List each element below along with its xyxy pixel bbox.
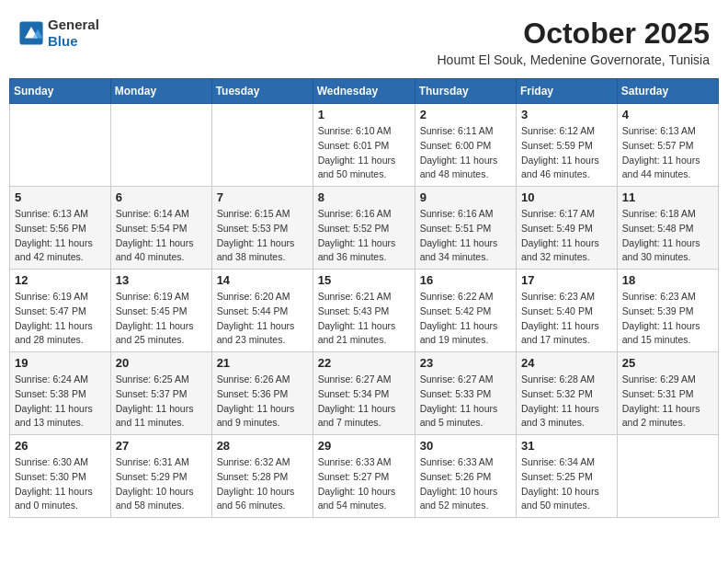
calendar-cell: 23Sunrise: 6:27 AM Sunset: 5:33 PM Dayli… — [415, 352, 516, 435]
calendar-cell: 21Sunrise: 6:26 AM Sunset: 5:36 PM Dayli… — [211, 352, 313, 435]
calendar-cell: 17Sunrise: 6:23 AM Sunset: 5:40 PM Dayli… — [517, 270, 618, 352]
calendar-week-5: 26Sunrise: 6:30 AM Sunset: 5:30 PM Dayli… — [10, 435, 719, 518]
day-info: Sunrise: 6:29 AM Sunset: 5:31 PM Dayligh… — [622, 373, 713, 431]
day-number: 29 — [318, 439, 410, 453]
calendar-cell — [10, 104, 111, 187]
calendar: SundayMondayTuesdayWednesdayThursdayFrid… — [9, 78, 719, 518]
day-info: Sunrise: 6:31 AM Sunset: 5:29 PM Dayligh… — [116, 455, 207, 513]
day-number: 23 — [420, 356, 511, 370]
day-number: 31 — [521, 439, 612, 453]
day-number: 25 — [622, 356, 713, 370]
day-number: 4 — [622, 108, 713, 121]
day-info: Sunrise: 6:19 AM Sunset: 5:47 PM Dayligh… — [15, 290, 106, 348]
location-title: Houmt El Souk, Medenine Governorate, Tun… — [438, 52, 711, 67]
header: General Blue October 2025 Houmt El Souk,… — [9, 9, 719, 71]
day-number: 26 — [15, 439, 106, 453]
day-number: 21 — [217, 356, 308, 370]
day-info: Sunrise: 6:14 AM Sunset: 5:54 PM Dayligh… — [116, 207, 207, 265]
day-header-tuesday: Tuesday — [211, 79, 313, 104]
calendar-cell: 1Sunrise: 6:10 AM Sunset: 6:01 PM Daylig… — [313, 104, 415, 187]
calendar-cell: 8Sunrise: 6:16 AM Sunset: 5:52 PM Daylig… — [313, 187, 415, 270]
calendar-cell: 7Sunrise: 6:15 AM Sunset: 5:53 PM Daylig… — [211, 187, 313, 270]
calendar-cell: 2Sunrise: 6:11 AM Sunset: 6:00 PM Daylig… — [415, 104, 516, 187]
day-header-monday: Monday — [110, 79, 211, 104]
calendar-cell: 15Sunrise: 6:21 AM Sunset: 5:43 PM Dayli… — [313, 270, 415, 352]
day-number: 6 — [116, 190, 207, 204]
calendar-cell: 24Sunrise: 6:28 AM Sunset: 5:32 PM Dayli… — [517, 352, 618, 435]
day-info: Sunrise: 6:28 AM Sunset: 5:32 PM Dayligh… — [521, 373, 612, 431]
calendar-week-3: 12Sunrise: 6:19 AM Sunset: 5:47 PM Dayli… — [10, 270, 719, 352]
calendar-cell: 5Sunrise: 6:13 AM Sunset: 5:56 PM Daylig… — [10, 187, 111, 270]
calendar-cell — [211, 104, 313, 187]
month-title: October 2025 — [438, 17, 711, 51]
day-info: Sunrise: 6:20 AM Sunset: 5:44 PM Dayligh… — [217, 290, 308, 348]
day-number: 5 — [15, 190, 106, 204]
day-number: 19 — [15, 356, 106, 370]
day-info: Sunrise: 6:25 AM Sunset: 5:37 PM Dayligh… — [116, 373, 207, 431]
day-number: 9 — [420, 190, 511, 204]
day-number: 15 — [318, 273, 410, 287]
day-info: Sunrise: 6:24 AM Sunset: 5:38 PM Dayligh… — [15, 373, 106, 431]
calendar-cell: 30Sunrise: 6:33 AM Sunset: 5:26 PM Dayli… — [415, 435, 516, 518]
day-info: Sunrise: 6:17 AM Sunset: 5:49 PM Dayligh… — [521, 207, 612, 265]
day-number: 12 — [15, 273, 106, 287]
day-number: 7 — [217, 190, 308, 204]
calendar-cell: 29Sunrise: 6:33 AM Sunset: 5:27 PM Dayli… — [313, 435, 415, 518]
day-info: Sunrise: 6:18 AM Sunset: 5:48 PM Dayligh… — [622, 207, 713, 265]
day-info: Sunrise: 6:15 AM Sunset: 5:53 PM Dayligh… — [217, 207, 308, 265]
calendar-cell: 20Sunrise: 6:25 AM Sunset: 5:37 PM Dayli… — [110, 352, 211, 435]
calendar-cell: 27Sunrise: 6:31 AM Sunset: 5:29 PM Dayli… — [110, 435, 211, 518]
day-header-thursday: Thursday — [415, 79, 516, 104]
day-info: Sunrise: 6:23 AM Sunset: 5:40 PM Dayligh… — [521, 290, 612, 348]
day-info: Sunrise: 6:34 AM Sunset: 5:25 PM Dayligh… — [521, 455, 612, 513]
calendar-cell: 6Sunrise: 6:14 AM Sunset: 5:54 PM Daylig… — [110, 187, 211, 270]
day-number: 28 — [217, 439, 308, 453]
calendar-header-row: SundayMondayTuesdayWednesdayThursdayFrid… — [10, 79, 719, 104]
logo-icon — [18, 20, 44, 46]
day-info: Sunrise: 6:33 AM Sunset: 5:27 PM Dayligh… — [318, 455, 410, 513]
day-number: 10 — [521, 190, 612, 204]
day-number: 16 — [420, 273, 511, 287]
day-number: 20 — [116, 356, 207, 370]
calendar-cell: 3Sunrise: 6:12 AM Sunset: 5:59 PM Daylig… — [517, 104, 618, 187]
day-info: Sunrise: 6:16 AM Sunset: 5:52 PM Dayligh… — [318, 207, 410, 265]
calendar-cell: 12Sunrise: 6:19 AM Sunset: 5:47 PM Dayli… — [10, 270, 111, 352]
calendar-cell: 13Sunrise: 6:19 AM Sunset: 5:45 PM Dayli… — [110, 270, 211, 352]
day-info: Sunrise: 6:33 AM Sunset: 5:26 PM Dayligh… — [420, 455, 511, 513]
day-info: Sunrise: 6:27 AM Sunset: 5:34 PM Dayligh… — [318, 373, 410, 431]
day-header-saturday: Saturday — [617, 79, 718, 104]
day-number: 18 — [622, 273, 713, 287]
day-number: 8 — [318, 190, 410, 204]
calendar-cell: 9Sunrise: 6:16 AM Sunset: 5:51 PM Daylig… — [415, 187, 516, 270]
day-info: Sunrise: 6:21 AM Sunset: 5:43 PM Dayligh… — [318, 290, 410, 348]
calendar-cell: 4Sunrise: 6:13 AM Sunset: 5:57 PM Daylig… — [617, 104, 718, 187]
logo: General Blue — [18, 17, 99, 50]
logo-general: General — [48, 17, 99, 32]
calendar-cell: 10Sunrise: 6:17 AM Sunset: 5:49 PM Dayli… — [517, 187, 618, 270]
day-info: Sunrise: 6:11 AM Sunset: 6:00 PM Dayligh… — [420, 124, 511, 182]
day-info: Sunrise: 6:26 AM Sunset: 5:36 PM Dayligh… — [217, 373, 308, 431]
calendar-cell: 19Sunrise: 6:24 AM Sunset: 5:38 PM Dayli… — [10, 352, 111, 435]
day-info: Sunrise: 6:12 AM Sunset: 5:59 PM Dayligh… — [521, 124, 612, 182]
day-number: 30 — [420, 439, 511, 453]
day-number: 24 — [521, 356, 612, 370]
day-info: Sunrise: 6:13 AM Sunset: 5:57 PM Dayligh… — [622, 124, 713, 182]
day-info: Sunrise: 6:27 AM Sunset: 5:33 PM Dayligh… — [420, 373, 511, 431]
calendar-cell — [110, 104, 211, 187]
day-info: Sunrise: 6:19 AM Sunset: 5:45 PM Dayligh… — [116, 290, 207, 348]
calendar-cell — [617, 435, 718, 518]
calendar-cell: 16Sunrise: 6:22 AM Sunset: 5:42 PM Dayli… — [415, 270, 516, 352]
day-info: Sunrise: 6:10 AM Sunset: 6:01 PM Dayligh… — [318, 124, 410, 182]
calendar-cell: 25Sunrise: 6:29 AM Sunset: 5:31 PM Dayli… — [617, 352, 718, 435]
day-header-wednesday: Wednesday — [313, 79, 415, 104]
calendar-cell: 28Sunrise: 6:32 AM Sunset: 5:28 PM Dayli… — [211, 435, 313, 518]
day-number: 22 — [318, 356, 410, 370]
day-info: Sunrise: 6:23 AM Sunset: 5:39 PM Dayligh… — [622, 290, 713, 348]
day-header-sunday: Sunday — [10, 79, 111, 104]
day-number: 3 — [521, 108, 612, 121]
calendar-cell: 14Sunrise: 6:20 AM Sunset: 5:44 PM Dayli… — [211, 270, 313, 352]
logo-blue: Blue — [48, 33, 78, 49]
day-number: 1 — [318, 108, 410, 121]
day-info: Sunrise: 6:22 AM Sunset: 5:42 PM Dayligh… — [420, 290, 511, 348]
logo-text: General Blue — [48, 17, 99, 50]
